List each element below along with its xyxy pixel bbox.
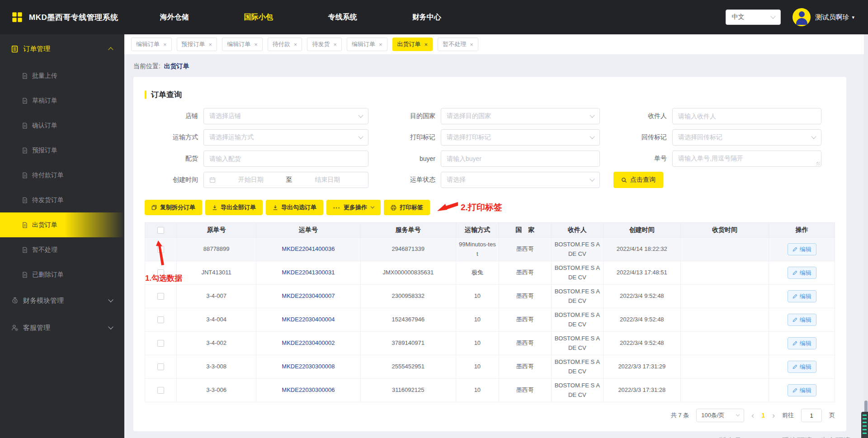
cell-received-time xyxy=(680,238,769,261)
tab-close-icon[interactable]: × xyxy=(163,42,167,47)
sidebar-item[interactable]: 预报订单 xyxy=(0,138,124,163)
recipient-input[interactable] xyxy=(672,108,821,124)
tracking-no-link[interactable]: MKDE22041400036 xyxy=(256,238,360,261)
tab-close-icon[interactable]: × xyxy=(379,42,382,47)
prev-page-icon[interactable]: ‹ xyxy=(751,411,754,419)
tab-close-icon[interactable]: × xyxy=(209,42,212,47)
tab[interactable]: 编辑订单 × xyxy=(131,38,172,51)
edit-button[interactable]: 编辑 xyxy=(788,384,816,396)
row-checkbox[interactable] xyxy=(157,269,164,276)
document-icon xyxy=(22,98,28,104)
sidebar-item[interactable]: 待付款订单 xyxy=(0,163,124,188)
tab-close-icon[interactable]: × xyxy=(294,42,297,47)
more-actions-button[interactable]: ··· 更多操作 xyxy=(326,200,381,215)
shop-select[interactable]: 请选择店铺 xyxy=(203,108,368,124)
return-mark-select[interactable]: 请选择回传标记 xyxy=(672,129,821,146)
tab[interactable]: 编辑订单 × xyxy=(222,38,263,51)
table-row: JNT413011 MKDE22041300031 JMX00000083563… xyxy=(145,261,835,285)
tab-close-icon[interactable]: × xyxy=(333,42,337,47)
buyer-input[interactable] xyxy=(441,151,600,167)
row-checkbox[interactable] xyxy=(157,387,164,394)
edit-button-label: 编辑 xyxy=(800,339,811,348)
sidebar-item[interactable]: 确认订单 xyxy=(0,113,124,138)
tab[interactable]: 待发货 × xyxy=(307,38,342,51)
allocation-label: 配货 xyxy=(145,155,203,163)
allocation-input[interactable] xyxy=(203,151,368,167)
nav-item[interactable]: 国际小包 xyxy=(244,13,273,22)
sidebar-section-order-management[interactable]: 订单管理 xyxy=(0,34,124,63)
start-date-placeholder[interactable]: 开始日期 xyxy=(238,176,264,184)
row-checkbox[interactable] xyxy=(157,316,164,323)
user-caret-down-icon[interactable]: ▾ xyxy=(852,14,854,20)
sidebar-item[interactable]: 暂不处理 xyxy=(0,237,124,262)
edit-button[interactable]: 编辑 xyxy=(788,314,816,326)
select-all-checkbox[interactable] xyxy=(157,227,164,234)
username: 测试员啊珍 xyxy=(815,13,849,22)
nav-item[interactable]: 专线系统 xyxy=(328,13,357,22)
goto-page-input[interactable] xyxy=(801,409,822,422)
sidebar-item[interactable]: 待发货订单 xyxy=(0,188,124,212)
print-mark-select[interactable]: 请选择打印标记 xyxy=(441,129,600,146)
apps-grid-icon[interactable] xyxy=(12,12,23,23)
export-all-orders-button[interactable]: 导出全部订单 xyxy=(205,200,263,215)
tab[interactable]: 预报订单 × xyxy=(177,38,217,51)
cell-service-no: 3116092125 xyxy=(360,379,456,402)
tab-close-icon[interactable]: × xyxy=(254,42,258,47)
dest-country-select[interactable]: 请选择目的国家 xyxy=(441,108,600,124)
row-checkbox[interactable] xyxy=(157,293,164,300)
export-selected-orders-button[interactable]: 导出勾选订单 xyxy=(266,200,323,215)
avatar[interactable] xyxy=(793,8,811,26)
order-no-textarea[interactable]: 请输入单号,用逗号隔开 xyxy=(672,151,821,167)
sidebar-item[interactable]: 草稿订单 xyxy=(0,88,124,113)
page-size-select[interactable]: 100条/页 xyxy=(696,409,744,422)
tracking-no-link[interactable]: MKDE22041300031 xyxy=(256,261,360,285)
cell-recipient: BOSTOM.FE S A DE CV xyxy=(551,238,603,261)
sidebar-item[interactable]: 出货订单 xyxy=(0,212,124,237)
row-checkbox[interactable] xyxy=(157,363,164,370)
created-time-range-picker[interactable]: 开始日期 至 结束日期 xyxy=(203,172,368,188)
copy-split-order-button[interactable]: 复制拆分订单 xyxy=(145,200,202,215)
search-button[interactable]: 点击查询 xyxy=(613,172,663,188)
edit-button[interactable]: 编辑 xyxy=(788,290,816,302)
edit-button[interactable]: 编辑 xyxy=(788,243,816,255)
sidebar-item[interactable]: 批量上传 xyxy=(0,63,124,88)
end-date-placeholder[interactable]: 结束日期 xyxy=(315,176,340,184)
print-label-button[interactable]: 打印标签 xyxy=(384,200,430,215)
tab-close-icon[interactable]: × xyxy=(470,42,473,47)
tracking-no-link[interactable]: MKDE22030400004 xyxy=(256,308,360,332)
tab-label: 编辑订单 xyxy=(352,40,375,48)
tab-label: 编辑订单 xyxy=(136,40,160,48)
nav-item[interactable]: 海外仓储 xyxy=(160,13,189,22)
resize-handle[interactable] xyxy=(816,162,820,165)
cell-shipping-method: 10 xyxy=(456,308,499,332)
nav-item[interactable]: 财务中心 xyxy=(412,13,441,22)
edit-button[interactable]: 编辑 xyxy=(788,267,816,279)
edit-button[interactable]: 编辑 xyxy=(788,337,816,349)
table-row: 3-3-006 MKDE22030300006 3116092125 10 墨西… xyxy=(145,379,835,402)
tracking-no-link[interactable]: MKDE22030400007 xyxy=(256,285,360,308)
tab[interactable]: 暂不处理 × xyxy=(438,38,478,51)
cell-country: 墨西哥 xyxy=(499,308,551,332)
tab[interactable]: 待付款 × xyxy=(268,38,302,51)
tab-close-icon[interactable]: × xyxy=(425,42,428,47)
tracking-no-link[interactable]: MKDE22030400002 xyxy=(256,332,360,355)
tracking-no-link[interactable]: MKDE22030300008 xyxy=(256,355,360,379)
scrollbar-track[interactable] xyxy=(864,34,868,438)
shipping-method-select[interactable]: 请选择运输方式 xyxy=(203,129,368,146)
language-select[interactable]: 中文 xyxy=(726,9,781,25)
tracking-no-link[interactable]: MKDE22030300006 xyxy=(256,379,360,402)
tab[interactable]: 编辑订单 × xyxy=(347,38,387,51)
sidebar-item[interactable]: 已删除订单 xyxy=(0,262,124,287)
browser-extension-widget[interactable] xyxy=(861,412,868,438)
edit-button[interactable]: 编辑 xyxy=(788,361,816,373)
cell-service-no: 1524367946 xyxy=(360,308,456,332)
sidebar-section-finance[interactable]: $ 财务模块管理 xyxy=(0,287,124,314)
current-page[interactable]: 1 xyxy=(761,412,765,419)
waybill-status-select[interactable]: 请选择 xyxy=(441,172,600,188)
next-page-icon[interactable]: › xyxy=(772,411,775,419)
tab[interactable]: 出货订单 × xyxy=(392,38,433,51)
document-icon xyxy=(22,172,28,179)
sidebar-section-customer-service[interactable]: 客服管理 xyxy=(0,314,124,341)
row-checkbox[interactable] xyxy=(157,246,164,253)
row-checkbox[interactable] xyxy=(157,340,164,347)
